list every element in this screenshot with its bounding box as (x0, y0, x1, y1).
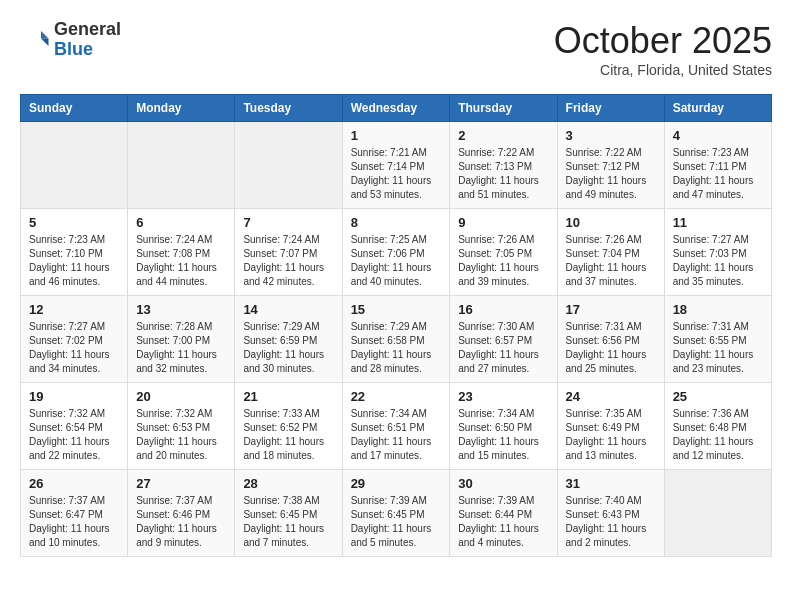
day-number: 19 (29, 389, 119, 404)
day-number: 4 (673, 128, 763, 143)
day-number: 17 (566, 302, 656, 317)
weekday-header-saturday: Saturday (664, 95, 771, 122)
svg-marker-1 (41, 38, 49, 46)
day-info: Sunrise: 7:27 AM Sunset: 7:03 PM Dayligh… (673, 233, 763, 289)
day-info: Sunrise: 7:23 AM Sunset: 7:11 PM Dayligh… (673, 146, 763, 202)
day-cell: 17Sunrise: 7:31 AM Sunset: 6:56 PM Dayli… (557, 296, 664, 383)
week-row-1: 1Sunrise: 7:21 AM Sunset: 7:14 PM Daylig… (21, 122, 772, 209)
weekday-header-wednesday: Wednesday (342, 95, 450, 122)
day-info: Sunrise: 7:32 AM Sunset: 6:53 PM Dayligh… (136, 407, 226, 463)
day-info: Sunrise: 7:21 AM Sunset: 7:14 PM Dayligh… (351, 146, 442, 202)
day-info: Sunrise: 7:37 AM Sunset: 6:46 PM Dayligh… (136, 494, 226, 550)
week-row-3: 12Sunrise: 7:27 AM Sunset: 7:02 PM Dayli… (21, 296, 772, 383)
day-info: Sunrise: 7:40 AM Sunset: 6:43 PM Dayligh… (566, 494, 656, 550)
day-number: 2 (458, 128, 548, 143)
day-info: Sunrise: 7:29 AM Sunset: 6:59 PM Dayligh… (243, 320, 333, 376)
week-row-4: 19Sunrise: 7:32 AM Sunset: 6:54 PM Dayli… (21, 383, 772, 470)
weekday-header-row: SundayMondayTuesdayWednesdayThursdayFrid… (21, 95, 772, 122)
day-info: Sunrise: 7:22 AM Sunset: 7:12 PM Dayligh… (566, 146, 656, 202)
day-info: Sunrise: 7:36 AM Sunset: 6:48 PM Dayligh… (673, 407, 763, 463)
week-row-2: 5Sunrise: 7:23 AM Sunset: 7:10 PM Daylig… (21, 209, 772, 296)
day-cell: 5Sunrise: 7:23 AM Sunset: 7:10 PM Daylig… (21, 209, 128, 296)
day-cell: 29Sunrise: 7:39 AM Sunset: 6:45 PM Dayli… (342, 470, 450, 557)
day-cell: 27Sunrise: 7:37 AM Sunset: 6:46 PM Dayli… (128, 470, 235, 557)
day-number: 13 (136, 302, 226, 317)
day-cell (21, 122, 128, 209)
day-info: Sunrise: 7:26 AM Sunset: 7:04 PM Dayligh… (566, 233, 656, 289)
day-cell: 14Sunrise: 7:29 AM Sunset: 6:59 PM Dayli… (235, 296, 342, 383)
weekday-header-monday: Monday (128, 95, 235, 122)
weekday-header-friday: Friday (557, 95, 664, 122)
svg-marker-0 (41, 31, 49, 39)
day-cell: 2Sunrise: 7:22 AM Sunset: 7:13 PM Daylig… (450, 122, 557, 209)
day-cell: 24Sunrise: 7:35 AM Sunset: 6:49 PM Dayli… (557, 383, 664, 470)
day-info: Sunrise: 7:24 AM Sunset: 7:07 PM Dayligh… (243, 233, 333, 289)
day-info: Sunrise: 7:34 AM Sunset: 6:51 PM Dayligh… (351, 407, 442, 463)
day-number: 15 (351, 302, 442, 317)
day-info: Sunrise: 7:22 AM Sunset: 7:13 PM Dayligh… (458, 146, 548, 202)
day-info: Sunrise: 7:25 AM Sunset: 7:06 PM Dayligh… (351, 233, 442, 289)
day-info: Sunrise: 7:33 AM Sunset: 6:52 PM Dayligh… (243, 407, 333, 463)
day-number: 20 (136, 389, 226, 404)
week-row-5: 26Sunrise: 7:37 AM Sunset: 6:47 PM Dayli… (21, 470, 772, 557)
weekday-header-thursday: Thursday (450, 95, 557, 122)
day-info: Sunrise: 7:28 AM Sunset: 7:00 PM Dayligh… (136, 320, 226, 376)
page-header: General Blue October 2025 Citra, Florida… (20, 20, 772, 78)
day-cell: 6Sunrise: 7:24 AM Sunset: 7:08 PM Daylig… (128, 209, 235, 296)
day-cell: 30Sunrise: 7:39 AM Sunset: 6:44 PM Dayli… (450, 470, 557, 557)
day-cell: 16Sunrise: 7:30 AM Sunset: 6:57 PM Dayli… (450, 296, 557, 383)
month-title: October 2025 (554, 20, 772, 62)
title-block: October 2025 Citra, Florida, United Stat… (554, 20, 772, 78)
day-info: Sunrise: 7:24 AM Sunset: 7:08 PM Dayligh… (136, 233, 226, 289)
weekday-header-tuesday: Tuesday (235, 95, 342, 122)
day-number: 3 (566, 128, 656, 143)
day-cell: 25Sunrise: 7:36 AM Sunset: 6:48 PM Dayli… (664, 383, 771, 470)
day-cell: 13Sunrise: 7:28 AM Sunset: 7:00 PM Dayli… (128, 296, 235, 383)
day-cell (664, 470, 771, 557)
day-cell: 19Sunrise: 7:32 AM Sunset: 6:54 PM Dayli… (21, 383, 128, 470)
day-cell: 23Sunrise: 7:34 AM Sunset: 6:50 PM Dayli… (450, 383, 557, 470)
day-number: 22 (351, 389, 442, 404)
day-cell: 28Sunrise: 7:38 AM Sunset: 6:45 PM Dayli… (235, 470, 342, 557)
day-info: Sunrise: 7:32 AM Sunset: 6:54 PM Dayligh… (29, 407, 119, 463)
day-cell (128, 122, 235, 209)
day-number: 1 (351, 128, 442, 143)
day-info: Sunrise: 7:39 AM Sunset: 6:45 PM Dayligh… (351, 494, 442, 550)
day-info: Sunrise: 7:34 AM Sunset: 6:50 PM Dayligh… (458, 407, 548, 463)
day-cell: 20Sunrise: 7:32 AM Sunset: 6:53 PM Dayli… (128, 383, 235, 470)
location: Citra, Florida, United States (554, 62, 772, 78)
day-number: 7 (243, 215, 333, 230)
weekday-header-sunday: Sunday (21, 95, 128, 122)
day-info: Sunrise: 7:31 AM Sunset: 6:56 PM Dayligh… (566, 320, 656, 376)
day-number: 16 (458, 302, 548, 317)
day-info: Sunrise: 7:38 AM Sunset: 6:45 PM Dayligh… (243, 494, 333, 550)
day-cell: 7Sunrise: 7:24 AM Sunset: 7:07 PM Daylig… (235, 209, 342, 296)
day-cell: 8Sunrise: 7:25 AM Sunset: 7:06 PM Daylig… (342, 209, 450, 296)
day-cell: 21Sunrise: 7:33 AM Sunset: 6:52 PM Dayli… (235, 383, 342, 470)
day-number: 18 (673, 302, 763, 317)
day-number: 6 (136, 215, 226, 230)
day-info: Sunrise: 7:30 AM Sunset: 6:57 PM Dayligh… (458, 320, 548, 376)
day-number: 5 (29, 215, 119, 230)
day-cell: 9Sunrise: 7:26 AM Sunset: 7:05 PM Daylig… (450, 209, 557, 296)
day-info: Sunrise: 7:26 AM Sunset: 7:05 PM Dayligh… (458, 233, 548, 289)
day-number: 27 (136, 476, 226, 491)
day-cell: 15Sunrise: 7:29 AM Sunset: 6:58 PM Dayli… (342, 296, 450, 383)
day-number: 24 (566, 389, 656, 404)
day-cell: 1Sunrise: 7:21 AM Sunset: 7:14 PM Daylig… (342, 122, 450, 209)
logo: General Blue (20, 20, 121, 60)
day-cell: 3Sunrise: 7:22 AM Sunset: 7:12 PM Daylig… (557, 122, 664, 209)
day-number: 21 (243, 389, 333, 404)
day-cell (235, 122, 342, 209)
day-number: 12 (29, 302, 119, 317)
day-number: 26 (29, 476, 119, 491)
day-cell: 11Sunrise: 7:27 AM Sunset: 7:03 PM Dayli… (664, 209, 771, 296)
day-info: Sunrise: 7:31 AM Sunset: 6:55 PM Dayligh… (673, 320, 763, 376)
logo-general: General (54, 19, 121, 39)
day-info: Sunrise: 7:27 AM Sunset: 7:02 PM Dayligh… (29, 320, 119, 376)
day-info: Sunrise: 7:37 AM Sunset: 6:47 PM Dayligh… (29, 494, 119, 550)
logo-blue: Blue (54, 39, 93, 59)
day-cell: 18Sunrise: 7:31 AM Sunset: 6:55 PM Dayli… (664, 296, 771, 383)
day-number: 11 (673, 215, 763, 230)
day-info: Sunrise: 7:23 AM Sunset: 7:10 PM Dayligh… (29, 233, 119, 289)
